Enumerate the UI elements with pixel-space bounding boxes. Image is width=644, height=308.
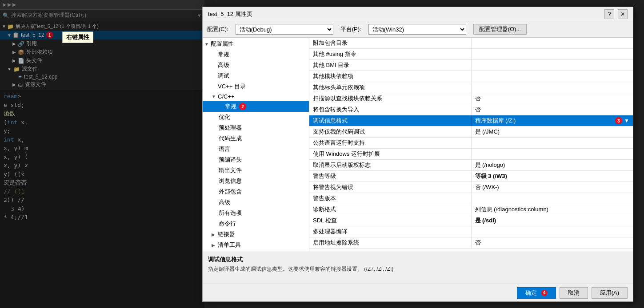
prop-value: 是 (/nologo) [472, 160, 633, 170]
tree-node-output[interactable]: 输出文件 [203, 165, 309, 176]
general2-label: 常规 [225, 103, 236, 111]
manifest-label: 清单工具 [218, 241, 241, 249]
tree-node-alloptions[interactable]: 所有选项 [203, 208, 309, 218]
prop-row-clr[interactable]: 公共语言运行时支持 [309, 138, 633, 149]
tree-node-preprocessor[interactable]: 预处理器 [203, 122, 309, 133]
description-area: 调试信息格式 指定编译器生成的调试信息类型。这要求使用兼容的链接器设置。 (/Z… [203, 252, 633, 284]
prop-row-bmi[interactable]: 其他 BMI 目录 [309, 60, 633, 71]
right-click-tooltip: 右键属性 [62, 32, 93, 43]
expand-icon: ▶ [212, 232, 218, 237]
tree-node-general2[interactable]: 常规 2 [203, 101, 309, 112]
prop-row-mp[interactable]: 多处理器编译 [309, 226, 633, 237]
prop-row-warning-level[interactable]: 警告等级 等级 3 (/W3) [309, 171, 633, 182]
prop-row-debug-format[interactable]: 调试信息格式 程序数据库 (/Zi) 3 ▼ [309, 115, 633, 126]
linker-label: 链接器 [218, 230, 235, 238]
tree-node-cpp[interactable]: ▼ C/C++ [203, 92, 309, 101]
config-select[interactable]: 活动(Debug) [236, 24, 333, 35]
dialog-titlebar: test_5_12 属性页 ? ✕ [203, 7, 633, 21]
prop-row-winrt[interactable]: 使用 Windows 运行时扩展 [309, 149, 633, 160]
tree-node-manifest[interactable]: ▶ 清单工具 [203, 240, 309, 250]
config-manager-button[interactable]: 配置管理器(O)... [473, 24, 527, 35]
dialog-title-buttons: ? ✕ [604, 9, 628, 19]
external-label: 外部包含 [219, 188, 242, 196]
tree-node-precompile[interactable]: 预编译头 [203, 154, 309, 165]
prop-row-jmc[interactable]: 支持仅我的代码调试 是 (/JMC) [309, 126, 633, 138]
tree-node-language[interactable]: 语言 [203, 144, 309, 154]
dialog-title: test_5_12 属性页 [208, 10, 252, 18]
prop-name: 警告版本 [309, 193, 472, 204]
help-button[interactable]: ? [604, 9, 614, 19]
prop-value [472, 226, 633, 237]
tree-node-vcpp[interactable]: VC++ 目录 [203, 81, 309, 92]
prop-value [472, 49, 633, 59]
properties-dialog: test_5_12 属性页 ? ✕ 配置(C): 活动(Debug) 平台(P)… [202, 7, 633, 302]
tree-node-debug[interactable]: 调试 [203, 71, 309, 81]
prop-name: 诊断格式 [309, 204, 472, 215]
prop-row-sdl[interactable]: SDL 检查 是 (/sdl) [309, 215, 633, 226]
advanced-label: 高级 [218, 61, 229, 69]
cpp-section-label: C/C++ [218, 93, 235, 100]
prop-value: 否 [472, 93, 633, 104]
prop-name: 其他标头单元依赖项 [309, 82, 472, 93]
prop-row-header-dep[interactable]: 其他标头单元依赖项 [309, 82, 633, 93]
ok-label: 确定 [525, 289, 537, 297]
prop-value: 是 (/sdl) [472, 215, 633, 226]
expand-icon: ▼ [212, 94, 218, 99]
tree-node-xml[interactable]: ▶ XML 文档生成器 [203, 250, 309, 251]
expand-icon: ▶ [212, 243, 218, 248]
prop-value: 否 [472, 237, 633, 248]
prop-name: 其他模块依赖项 [309, 71, 472, 82]
prop-row-additional-include[interactable]: 附加包含目录 [309, 38, 633, 49]
tree-node-config-props[interactable]: ▼ 配置属性 [203, 39, 309, 49]
debug-label: 调试 [218, 72, 229, 80]
prop-value: 否 [472, 104, 633, 115]
tree-node-codegen[interactable]: 代码生成 [203, 133, 309, 144]
prop-name: 启用地址擦除系统 [309, 237, 472, 248]
config-label: 配置(C): [207, 25, 228, 33]
tree-node-external[interactable]: 外部包含 [203, 186, 309, 197]
prop-name: 支持仅我的代码调试 [309, 126, 472, 137]
cancel-button[interactable]: 取消 [560, 287, 588, 299]
tree-node-general[interactable]: 常规 [203, 49, 309, 60]
dialog-content: ▼ 配置属性 常规 高级 调试 VC++ 目录 [203, 38, 633, 252]
prop-row-diag[interactable]: 诊断格式 列信息 (/diagnostics:column) [309, 204, 633, 215]
props-grid: 附加包含目录 其他 #using 指令 其他 BMI 目录 其他模块依赖项 其他… [309, 38, 633, 252]
tree-node-optimize[interactable]: 优化 [203, 112, 309, 122]
ok-badge: 4 [541, 290, 548, 296]
prop-value: 等级 3 (/W3) [472, 171, 633, 182]
tree-node-linker[interactable]: ▶ 链接器 [203, 229, 309, 240]
prop-name: 警告等级 [309, 171, 472, 182]
prop-value [472, 193, 633, 204]
prop-row-using[interactable]: 其他 #using 指令 [309, 49, 633, 60]
apply-button[interactable]: 应用(A) [592, 287, 628, 299]
prop-value [472, 60, 633, 71]
close-button[interactable]: ✕ [618, 9, 628, 19]
prop-row-warning-ver[interactable]: 警告版本 [309, 193, 633, 204]
props-tree[interactable]: ▼ 配置属性 常规 高级 调试 VC++ 目录 [203, 38, 309, 252]
dialog-buttons: 确定 4 取消 应用(A) [203, 284, 633, 301]
prop-row-module-dep[interactable]: 其他模块依赖项 [309, 71, 633, 82]
prop-name: 将警告视为错误 [309, 182, 472, 193]
prop-row-asan[interactable]: 启用地址擦除系统 否 [309, 237, 633, 249]
platform-select[interactable]: 活动(Win32) [368, 24, 466, 35]
tree-node-advanced2[interactable]: 高级 [203, 197, 309, 208]
ok-button[interactable]: 确定 4 [517, 287, 556, 299]
config-bar: 配置(C): 活动(Debug) 平台(P): 活动(Win32) 配置管理器(… [203, 21, 633, 38]
codegen-label: 代码生成 [219, 134, 242, 142]
cmdline-label: 命令行 [219, 220, 236, 228]
prop-value: 是 (/JMC) [472, 126, 633, 137]
tree-node-browse[interactable]: 浏览信息 [203, 176, 309, 186]
dropdown-arrow-icon[interactable]: ▼ [624, 118, 629, 124]
language-label: 语言 [219, 145, 230, 153]
alloptions-label: 所有选项 [219, 209, 242, 217]
vcpp-label: VC++ 目录 [218, 83, 246, 91]
optimize-label: 优化 [219, 113, 230, 121]
tree-node-cmdline[interactable]: 命令行 [203, 218, 309, 229]
prop-row-convert[interactable]: 将包含转换为导入 否 [309, 104, 633, 115]
prop-row-warning-error[interactable]: 将警告视为错误 否 (/WX-) [309, 182, 633, 193]
prop-value: 列信息 (/diagnostics:column) [472, 204, 633, 215]
tree-node-advanced[interactable]: 高级 [203, 60, 309, 71]
prop-row-nologo[interactable]: 取消显示启动版权标志 是 (/nologo) [309, 160, 633, 171]
browse-label: 浏览信息 [219, 177, 242, 185]
prop-row-scan[interactable]: 扫描源以查找模块依赖关系 否 [309, 93, 633, 104]
